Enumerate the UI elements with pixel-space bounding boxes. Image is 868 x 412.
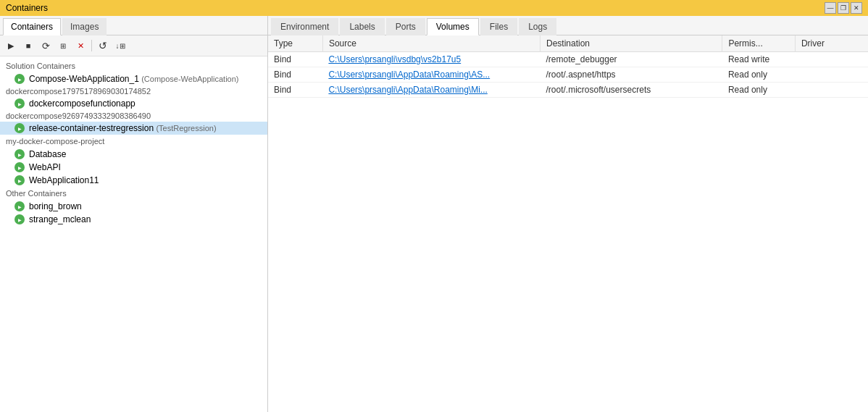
tree-item-label-7: boring_brown: [29, 201, 82, 211]
table-container: Type Source Destination Permis... Driver…: [268, 35, 868, 412]
cell-driver-3: [795, 83, 868, 98]
col-header-destination[interactable]: Destination: [541, 35, 722, 52]
col-header-permissions[interactable]: Permis...: [722, 35, 796, 52]
tree-item-strange-mclean[interactable]: strange_mclean: [0, 213, 267, 226]
table-row: Bind C:\Users\prsangli\AppData\Roaming\A…: [268, 67, 868, 83]
group-label-solution-containers: Solution Containers: [0, 59, 267, 72]
tab-environment[interactable]: Environment: [271, 18, 338, 35]
tree-item-release-container[interactable]: release-container-testregression (TestRe…: [0, 122, 267, 135]
tree-content: Solution Containers Compose-WebApplicati…: [0, 56, 267, 412]
window-controls: — ❐ ✕: [825, 2, 862, 14]
cell-driver: [795, 52, 868, 67]
close-button[interactable]: ✕: [851, 2, 862, 14]
cell-driver-2: [795, 67, 868, 83]
tree-item-boring-brown[interactable]: boring_brown: [0, 200, 267, 213]
tree-item-database[interactable]: Database: [0, 148, 267, 161]
pull-button[interactable]: ↓⊞: [112, 38, 128, 54]
tree-item-label: Compose-WebApplication_1 (Compose-WebApp…: [29, 74, 239, 84]
cell-type-2: Bind: [268, 67, 322, 83]
tree-item-label-4: Database: [29, 149, 66, 159]
tree-item-label-3: release-container-testregression (TestRe…: [29, 123, 217, 133]
docker-button[interactable]: ⊞: [55, 38, 71, 54]
toolbar-separator: [91, 40, 92, 51]
table-body: Bind C:\Users\prsangli\vsdbg\vs2b17u5 /r…: [268, 52, 868, 98]
tab-containers[interactable]: Containers: [3, 18, 61, 35]
left-panel: Containers Images ▶ ■ ⟳ ⊞ ✕ ↺ ↓⊞ Solutio…: [0, 16, 268, 412]
cell-destination-2: /root/.aspnet/https: [541, 67, 722, 83]
minimize-button[interactable]: —: [825, 2, 836, 14]
running-icon: [14, 74, 25, 84]
volumes-table: Type Source Destination Permis... Driver…: [268, 35, 868, 98]
source-link-1[interactable]: C:\Users\prsangli\vsdbg\vs2b17u5: [328, 54, 461, 64]
right-tab-bar: Environment Labels Ports Volumes Files L…: [268, 16, 868, 35]
running-icon-4: [14, 149, 25, 159]
title-bar: Containers — ❐ ✕: [0, 0, 868, 16]
right-panel: Environment Labels Ports Volumes Files L…: [268, 16, 868, 412]
table-header: Type Source Destination Permis... Driver: [268, 35, 868, 52]
running-icon-6: [14, 175, 25, 185]
col-header-type[interactable]: Type: [268, 35, 322, 52]
tree-item-label-6: WebApplication11: [29, 175, 99, 185]
group-label-other-containers: Other Containers: [0, 187, 267, 200]
refresh-button[interactable]: ↺: [95, 38, 111, 54]
cell-permissions-2: Read only: [722, 67, 796, 83]
toolbar: ▶ ■ ⟳ ⊞ ✕ ↺ ↓⊞: [0, 35, 267, 56]
cell-source-3[interactable]: C:\Users\prsangli\AppData\Roaming\Mi...: [322, 83, 540, 98]
tree-item-webapplication11[interactable]: WebApplication11: [0, 174, 267, 187]
running-icon-3: [14, 123, 25, 133]
tab-files[interactable]: Files: [480, 18, 517, 35]
play-button[interactable]: ▶: [3, 38, 19, 54]
running-icon-7: [14, 201, 25, 211]
cell-source[interactable]: C:\Users\prsangli\vsdbg\vs2b17u5: [322, 52, 540, 67]
running-icon-5: [14, 162, 25, 172]
compose-id-1: dockercompose17975178969030174852: [0, 85, 267, 97]
tab-volumes[interactable]: Volumes: [427, 18, 479, 35]
tree-item-label-5: WebAPI: [29, 162, 61, 172]
cell-type-3: Bind: [268, 83, 322, 98]
restore-button[interactable]: ❐: [838, 2, 849, 14]
col-header-source[interactable]: Source: [322, 35, 540, 52]
tree-item-label-2: dockercomposefunctionapp: [29, 98, 135, 109]
table-row: Bind C:\Users\prsangli\vsdbg\vs2b17u5 /r…: [268, 52, 868, 67]
tab-labels[interactable]: Labels: [340, 18, 384, 35]
table-row: Bind C:\Users\prsangli\AppData\Roaming\M…: [268, 83, 868, 98]
running-icon-2: [14, 98, 25, 109]
tab-ports[interactable]: Ports: [386, 18, 425, 35]
tab-images[interactable]: Images: [62, 18, 107, 35]
group-label-my-docker: my-docker-compose-project: [0, 135, 267, 148]
window-title: Containers: [6, 3, 48, 13]
col-header-driver[interactable]: Driver: [795, 35, 868, 52]
cell-permissions: Read write: [722, 52, 796, 67]
delete-button[interactable]: ✕: [72, 38, 88, 54]
running-icon-8: [14, 214, 25, 224]
cell-destination-3: /root/.microsoft/usersecrets: [541, 83, 722, 98]
source-link-2[interactable]: C:\Users\prsangli\AppData\Roaming\AS...: [328, 70, 490, 80]
source-link-3[interactable]: C:\Users\prsangli\AppData\Roaming\Mi...: [328, 85, 487, 95]
main-container: Containers Images ▶ ■ ⟳ ⊞ ✕ ↺ ↓⊞ Solutio…: [0, 16, 868, 412]
tree-item-dockercomposefunctionapp[interactable]: dockercomposefunctionapp: [0, 97, 267, 110]
cell-permissions-3: Read only: [722, 83, 796, 98]
cell-source-2[interactable]: C:\Users\prsangli\AppData\Roaming\AS...: [322, 67, 540, 83]
stop-button[interactable]: ■: [20, 38, 36, 54]
left-tab-bar: Containers Images: [0, 16, 267, 35]
cell-destination: /remote_debugger: [541, 52, 722, 67]
tab-logs[interactable]: Logs: [519, 18, 556, 35]
restart-button[interactable]: ⟳: [38, 38, 54, 54]
cell-type: Bind: [268, 52, 322, 67]
tree-item-compose-webapplication-1[interactable]: Compose-WebApplication_1 (Compose-WebApp…: [0, 72, 267, 85]
tree-item-label-8: strange_mclean: [29, 214, 91, 224]
compose-id-2: dockercompose92697493332908386490: [0, 110, 267, 122]
tree-item-webapi[interactable]: WebAPI: [0, 161, 267, 174]
